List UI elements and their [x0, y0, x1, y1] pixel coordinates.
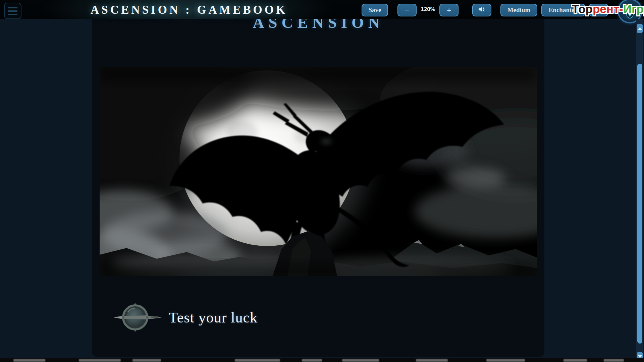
page-title: ASCENSION: [92, 19, 544, 31]
gamebook-page: ASCENSION: [92, 19, 544, 357]
hamburger-icon: [8, 14, 17, 15]
taskbar-blob: [132, 359, 161, 362]
zoom-in-button[interactable]: +: [439, 4, 459, 16]
taskbar-blob: [416, 359, 448, 362]
action-test-your-luck[interactable]: Test your luck: [113, 299, 516, 336]
action-label: Test your luck: [169, 309, 258, 326]
sound-button[interactable]: [472, 4, 491, 16]
taskbar-sliver: [0, 358, 644, 362]
scrollbar-thumb[interactable]: [637, 64, 642, 344]
dragon-moon-image: [100, 67, 537, 276]
hamburger-icon: [8, 10, 17, 12]
menu-button[interactable]: [4, 3, 21, 19]
mode-button[interactable]: Enchanted: [541, 4, 585, 16]
taskbar-blob: [79, 359, 121, 362]
scroll-up-button[interactable]: [637, 24, 643, 33]
hamburger-icon: [8, 7, 17, 8]
zoom-level: 120%: [418, 6, 438, 13]
obscured-button[interactable]: [589, 4, 608, 16]
save-button[interactable]: Save: [362, 4, 388, 16]
difficulty-button[interactable]: Medium: [500, 4, 537, 16]
taskbar-blob: [235, 359, 280, 362]
taskbar-blob: [604, 359, 624, 362]
medallion-spear-icon: [113, 302, 163, 333]
vertical-scrollbar[interactable]: [636, 19, 643, 362]
arrow-down-icon: [638, 355, 642, 358]
zoom-out-button[interactable]: −: [397, 4, 417, 16]
speaker-icon: [478, 6, 486, 14]
scene-illustration: [100, 67, 537, 276]
taskbar-blob: [342, 359, 379, 362]
app-title: ASCENSION : GAMEBOOK: [91, 3, 287, 17]
taskbar-blob: [13, 359, 45, 362]
arrow-up-icon: [638, 27, 642, 30]
taskbar-blob: [564, 359, 587, 362]
taskbar-blob: [486, 359, 525, 362]
top-bar: ASCENSION : GAMEBOOK Save − 120% + Mediu…: [0, 0, 644, 19]
avatar-emblem-icon: [625, 10, 635, 19]
taskbar-blob: [302, 359, 322, 362]
